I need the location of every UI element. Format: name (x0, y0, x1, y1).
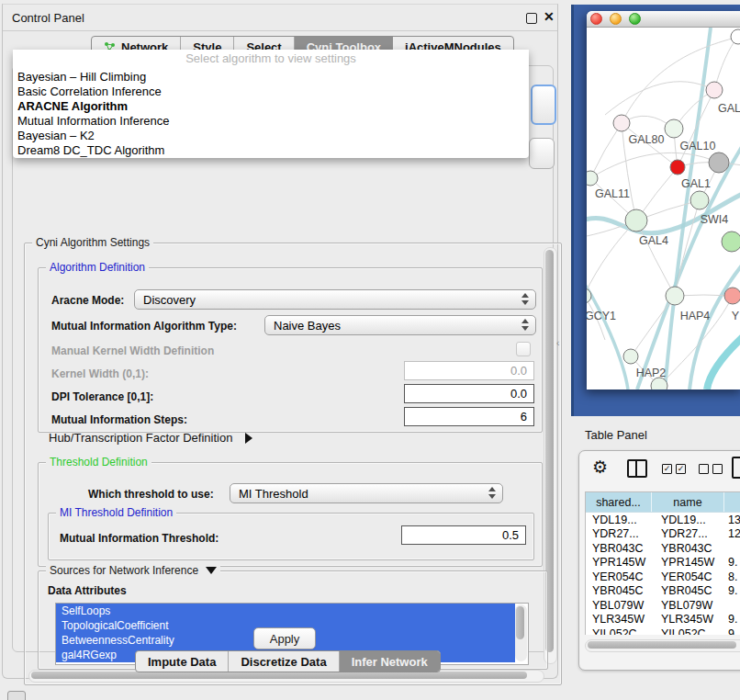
hub-definition-expander[interactable]: Hub/Transcription Factor Definition (49, 431, 252, 445)
column-header[interactable]: name (652, 492, 724, 512)
tab-infer-network[interactable]: Infer Network (340, 651, 440, 672)
which-threshold-select[interactable]: MI Threshold (230, 483, 503, 503)
deselect-all-icon[interactable] (699, 464, 709, 474)
close-icon[interactable]: ✕ (544, 9, 555, 24)
node-label: GCY1 (587, 310, 616, 322)
table-row[interactable]: YIL052CYIL052C9. (586, 627, 740, 635)
table-row[interactable]: YLR345WYLR345W9. (586, 613, 740, 627)
select-all-icon[interactable]: ✓ (662, 464, 672, 474)
table-cell: YLR345W (586, 613, 652, 626)
data-attributes-label: Data Attributes (48, 584, 127, 597)
columns-icon[interactable] (627, 459, 647, 478)
algorithm-option[interactable]: Bayesian – Hill Climbing (15, 70, 527, 85)
table-window: ⚙ ✓ ✓ shared... name YDL19...YDL19...13Y… (578, 450, 740, 671)
manual-kernel-label: Manual Kernel Width Definition (51, 344, 214, 357)
node-label: HAP4 (680, 310, 711, 322)
scrollbar-thumb[interactable] (516, 606, 524, 639)
table-cell: YBR045C (652, 584, 724, 597)
minimized-panel-icon[interactable] (7, 691, 26, 700)
zoom-traffic-light-icon[interactable] (629, 13, 641, 25)
deselect-all-icon[interactable] (712, 464, 723, 474)
node-label: Y (732, 310, 740, 322)
table-cell: YBL079W (586, 599, 652, 612)
mi-algorithm-type-select[interactable]: Naive Bayes (264, 315, 536, 335)
network-node[interactable] (670, 160, 685, 175)
list-vertical-scrollbar[interactable] (515, 604, 527, 661)
network-node[interactable] (587, 288, 591, 303)
cyni-algorithm-settings-group: Cyni Algorithm Settings Algorithm Defini… (24, 243, 562, 685)
network-window[interactable]: GALGAL80GAL10GAL1GAL11GAL4SWI4GCY1HAP4YH… (587, 11, 740, 390)
tab-label: Infer Network (352, 655, 428, 669)
table-header-row: shared... name (586, 492, 740, 513)
table-cell: 9. (724, 584, 740, 597)
network-node[interactable] (731, 29, 740, 44)
gear-icon[interactable]: ⚙ (592, 457, 608, 478)
combo-arrows-icon (488, 487, 496, 499)
network-node[interactable] (706, 82, 723, 98)
dropdown-options: Bayesian – Hill ClimbingBasic Correlatio… (15, 70, 527, 158)
group-title: Sources for Network Inference (46, 564, 220, 577)
table-row[interactable]: YBL079WYBL079W (586, 598, 740, 613)
float-window-icon[interactable] (526, 13, 537, 24)
manual-kernel-checkbox[interactable] (516, 342, 531, 356)
network-node[interactable] (666, 287, 684, 305)
table-row[interactable]: YBR043CYBR043C (586, 541, 740, 556)
kernel-width-label: Kernel Width (0,1): (51, 367, 149, 380)
bottom-tab-bar: Impute Data Discretize Data Infer Networ… (135, 650, 441, 672)
algorithm-option[interactable]: Basic Correlation Inference (15, 85, 527, 99)
kernel-width-input[interactable] (404, 361, 534, 380)
table-row[interactable]: YPR145WYPR145W9. (586, 556, 740, 570)
network-node[interactable] (623, 349, 638, 364)
node-label: GAL80 (629, 133, 665, 146)
scrollbar-thumb[interactable] (588, 641, 736, 649)
network-node[interactable] (690, 191, 709, 209)
network-node[interactable] (722, 231, 740, 252)
algorithm-option[interactable]: ARACNE Algorithm (15, 99, 527, 114)
apply-button[interactable]: Apply (253, 627, 316, 649)
tab-label: Discretize Data (241, 655, 326, 669)
algorithm-option[interactable]: Bayesian – K2 (15, 129, 527, 143)
node-label: GAL (718, 102, 740, 115)
network-node[interactable] (587, 171, 598, 186)
close-traffic-light-icon[interactable] (590, 13, 602, 25)
data-attribute-item[interactable]: SelfLoops (56, 604, 515, 618)
network-node[interactable] (724, 288, 740, 304)
dpi-tolerance-input[interactable] (404, 384, 534, 403)
table-cell: 9. (724, 627, 740, 635)
table-row[interactable]: YBR045CYBR045C9. (586, 584, 740, 599)
panel-collapse-handle[interactable]: ‹ (556, 338, 559, 348)
network-node[interactable] (651, 378, 667, 390)
select-all-icon[interactable]: ✓ (676, 464, 686, 474)
column-header[interactable] (724, 492, 740, 512)
file-icon[interactable] (732, 457, 740, 479)
network-node[interactable] (665, 119, 683, 138)
expand-right-icon (245, 433, 252, 444)
network-window-titlebar[interactable] (587, 11, 740, 28)
tab-discretize-data[interactable]: Discretize Data (229, 651, 339, 672)
collapse-down-icon[interactable] (206, 567, 217, 574)
table-row[interactable]: YER054CYER054C8. (586, 570, 740, 584)
table-row[interactable]: YDR27...YDR27...12 (586, 527, 740, 542)
algorithm-option[interactable]: Dream8 DC_TDC Algorithm (15, 143, 527, 158)
tab-impute-data[interactable]: Impute Data (136, 651, 229, 672)
network-node[interactable] (613, 115, 630, 131)
mi-threshold-input[interactable] (401, 525, 526, 545)
combo-value: Naive Bayes (274, 319, 341, 333)
minimize-traffic-light-icon[interactable] (610, 13, 622, 25)
table-cell: 13 (724, 514, 740, 526)
node-label: GAL11 (595, 187, 630, 200)
algorithm-option[interactable]: Mutual Information Inference (15, 114, 527, 129)
aracne-mode-select[interactable]: Discovery (134, 289, 536, 310)
tab-label: Impute Data (148, 655, 216, 669)
mi-steps-input[interactable] (404, 407, 534, 426)
network-node[interactable] (625, 209, 647, 231)
network-canvas[interactable]: GALGAL80GAL10GAL1GAL11GAL4SWI4GCY1HAP4YH… (587, 28, 740, 390)
dropdown-placeholder: Select algorithm to view settings (13, 51, 529, 68)
table-horizontal-scrollbar[interactable] (585, 639, 740, 652)
table-panel: Table Panel ⚙ ✓ ✓ shared... name YDL19..… (571, 416, 740, 700)
network-node[interactable] (709, 152, 729, 173)
scrollbar-thumb[interactable] (31, 672, 527, 679)
column-header[interactable]: shared... (586, 492, 652, 512)
table-row[interactable]: YDL19...YDL19...13 (586, 513, 740, 527)
table-cell: YDR27... (652, 527, 724, 540)
